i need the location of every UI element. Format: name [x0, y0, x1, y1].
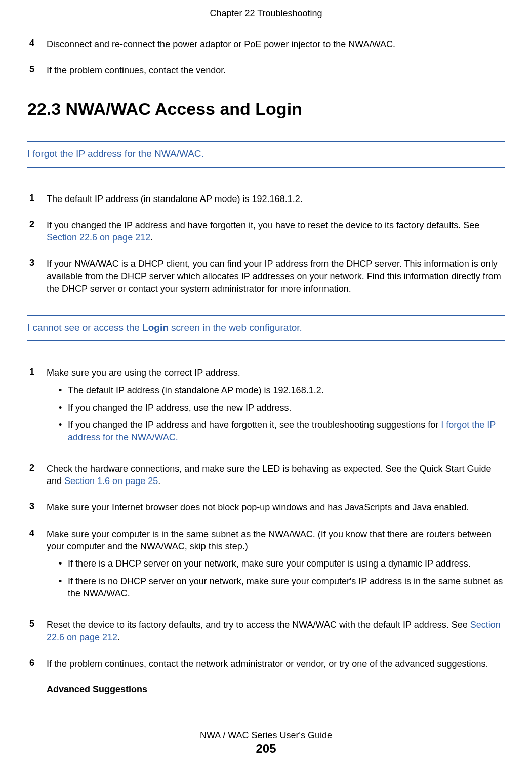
list-item: 6 If the problem continues, contact the …	[27, 658, 505, 670]
text-run: If you changed the IP address and have f…	[68, 420, 441, 430]
list-item: 3 Make sure your Internet browser does n…	[27, 501, 505, 513]
step-number: 6	[27, 658, 47, 670]
bullet-item: If you changed the IP address, use the n…	[59, 401, 505, 414]
topic-callout: I forgot the IP address for the NWA/WAC.	[27, 141, 505, 168]
section-heading: 22.3 NWA/WAC Access and Login	[27, 99, 505, 119]
text-run: .	[158, 476, 160, 486]
topic-heading: I forgot the IP address for the NWA/WAC.	[27, 148, 204, 159]
step-text: Make sure your Internet browser does not…	[47, 501, 505, 513]
bullet-list: The default IP address (in standalone AP…	[59, 384, 505, 444]
list-item: 4 Make sure your computer is in the same…	[27, 528, 505, 605]
step-number: 3	[27, 501, 47, 513]
list-item: 1 The default IP address (in standalone …	[27, 193, 505, 205]
list-item: 3 If your NWA/WAC is a DHCP client, you …	[27, 258, 505, 295]
topic-heading: I cannot see or access the Login screen …	[27, 322, 302, 333]
text-run: Reset the device to its factory defaults…	[47, 620, 470, 630]
text-bold: Login	[142, 322, 169, 333]
step-text: If you changed the IP address and have f…	[47, 219, 505, 244]
page-container: Chapter 22 Troubleshooting 4 Disconnect …	[0, 0, 532, 764]
list-item: 5 If the problem continues, contact the …	[27, 64, 505, 76]
footer-divider	[27, 727, 505, 727]
topic-callout: I cannot see or access the Login screen …	[27, 315, 505, 341]
text-run: Make sure you are using the correct IP a…	[47, 368, 240, 378]
text-run: I cannot see or access the	[27, 322, 142, 333]
advanced-suggestions-heading: Advanced Suggestions	[47, 684, 505, 695]
step-text: Make sure you are using the correct IP a…	[47, 367, 505, 448]
text-run: .	[117, 632, 120, 642]
step-number: 4	[27, 528, 47, 605]
page-footer: NWA / WAC Series User's Guide 205	[0, 727, 532, 756]
step-number: 5	[27, 64, 47, 76]
list-item: 1 Make sure you are using the correct IP…	[27, 367, 505, 448]
chapter-header: Chapter 22 Troubleshooting	[27, 8, 505, 19]
bullet-item: The default IP address (in standalone AP…	[59, 384, 505, 396]
step-text: Make sure your computer is in the same s…	[47, 528, 505, 605]
text-run: Make sure your computer is in the same s…	[47, 529, 492, 551]
page-number: 205	[0, 742, 532, 756]
step-text: Check the hardware connections, and make…	[47, 463, 505, 488]
step-text: If your NWA/WAC is a DHCP client, you ca…	[47, 258, 505, 295]
footer-guide-title: NWA / WAC Series User's Guide	[0, 730, 532, 741]
step-text: If the problem continues, contact the ve…	[47, 64, 505, 76]
step-text: The default IP address (in standalone AP…	[47, 193, 505, 205]
step-number: 4	[27, 38, 47, 50]
bullet-item: If you changed the IP address and have f…	[59, 419, 505, 444]
step-number: 5	[27, 619, 47, 644]
step-number: 3	[27, 258, 47, 295]
list-item: 2 If you changed the IP address and have…	[27, 219, 505, 244]
text-run: If you changed the IP address and have f…	[47, 220, 479, 230]
list-item: 4 Disconnect and re-connect the power ad…	[27, 38, 505, 50]
text-run: screen in the web configurator.	[169, 322, 302, 333]
cross-reference-link[interactable]: Section 1.6 on page 25	[64, 476, 158, 486]
step-text: Reset the device to its factory defaults…	[47, 619, 505, 644]
bullet-list: If there is a DHCP server on your networ…	[59, 557, 505, 599]
step-number: 2	[27, 219, 47, 244]
step-number: 1	[27, 193, 47, 205]
step-text: If the problem continues, contact the ne…	[47, 658, 505, 670]
bullet-item: If there is a DHCP server on your networ…	[59, 557, 505, 570]
text-run: .	[150, 232, 153, 243]
step-number: 1	[27, 367, 47, 448]
step-number: 2	[27, 463, 47, 488]
list-item: 5 Reset the device to its factory defaul…	[27, 619, 505, 644]
cross-reference-link[interactable]: Section 22.6 on page 212	[47, 232, 150, 243]
bullet-item: If there is no DHCP server on your netwo…	[59, 575, 505, 600]
list-item: 2 Check the hardware connections, and ma…	[27, 463, 505, 488]
step-text: Disconnect and re-connect the power adap…	[47, 38, 505, 50]
